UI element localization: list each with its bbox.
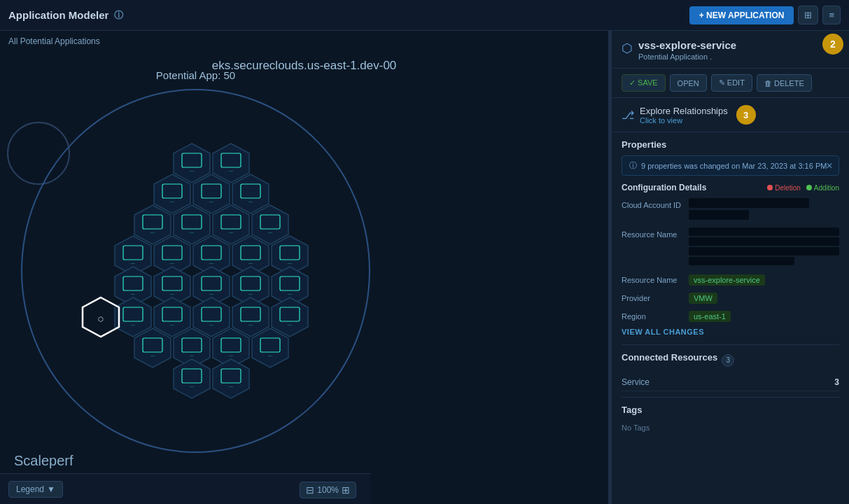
svg-text:...: ... (131, 260, 135, 265)
hex-node[interactable]: ... (252, 205, 288, 244)
svg-text:...: ... (288, 260, 292, 265)
resource-name-label-1: Resource Name (622, 227, 685, 239)
svg-text:...: ... (190, 229, 194, 234)
delete-button[interactable]: 🗑 DELETE (757, 74, 812, 92)
zoom-controls: ⊟ 100% ⊞ (300, 482, 356, 498)
hex-node[interactable]: ... (232, 174, 269, 214)
hex-node[interactable]: ... (272, 298, 308, 337)
hex-node[interactable]: ... (134, 328, 171, 368)
close-banner-button[interactable]: ✕ (826, 161, 833, 171)
hex-node[interactable]: ... (213, 144, 249, 183)
region-label: Region (622, 309, 685, 321)
config-title: Configuration Details (622, 183, 706, 192)
connected-service-row: Service 3 (622, 374, 839, 391)
explore-relationships-label: Explore Relationships (640, 106, 728, 116)
svg-text:...: ... (209, 321, 213, 326)
hex-node[interactable]: ... (213, 205, 249, 244)
redacted-value (689, 257, 794, 265)
info-icon[interactable]: ⓘ (114, 9, 123, 22)
hex-node[interactable]: ... (154, 298, 190, 337)
scaleperf-label: Scaleperf (14, 453, 73, 469)
hex-node[interactable]: ... (232, 298, 269, 337)
hex-selected-node[interactable]: ⬡ (83, 298, 119, 337)
legend-label: Legend (16, 484, 44, 494)
zoom-level-text: 100% (317, 485, 339, 495)
svg-text:⬡: ⬡ (98, 316, 104, 323)
svg-text:...: ... (248, 198, 253, 203)
provider-value: VMW (689, 293, 717, 304)
svg-text:...: ... (229, 229, 233, 234)
resource-subtitle: Potential Application . (638, 52, 736, 61)
explore-link[interactable]: Click to view (640, 116, 728, 125)
svg-text:...: ... (150, 229, 155, 234)
main-content: All Potential Applications eks.secureclo… (0, 31, 849, 504)
no-tags-label: No Tags (622, 424, 650, 432)
connected-service-count: 3 (834, 377, 839, 387)
chevron-down-icon: ▼ (47, 484, 55, 494)
deletion-legend: Deletion (767, 184, 801, 192)
hex-node[interactable]: ... (213, 359, 249, 398)
hex-node[interactable]: ... (193, 174, 230, 214)
new-application-label: + NEW APPLICATION (699, 10, 785, 20)
hex-cluster-area: Potential App: 50 ... (21, 80, 370, 462)
resource-name-label-2: Resource Name (622, 273, 685, 284)
redacted-value (689, 227, 839, 236)
svg-text:...: ... (288, 321, 292, 326)
hex-node[interactable]: ... (115, 298, 151, 337)
view-all-changes-link[interactable]: VIEW ALL CHANGES (622, 328, 839, 336)
addition-legend: Addition (806, 184, 839, 192)
zoom-out-button[interactable]: ⊟ (306, 484, 314, 496)
addition-dot (806, 185, 812, 190)
provider-row: Provider VMW (622, 291, 839, 304)
hex-node[interactable]: ... (252, 328, 288, 368)
cloud-account-id-value (689, 198, 839, 222)
app-title-text: Application Modeler (8, 9, 108, 21)
connected-resources-count-badge: 3 (722, 354, 734, 367)
hex-node[interactable]: ... (154, 174, 190, 214)
hex-grid-svg: ... ... ... (56, 138, 336, 404)
breadcrumb: All Potential Applications (8, 36, 100, 46)
layout-icon-button[interactable]: ⊞ (798, 6, 818, 24)
region-row: Region us-east-1 (622, 309, 839, 322)
region-value: us-east-1 (689, 311, 731, 322)
resource-title: vss-explore-service (638, 39, 736, 51)
new-application-button[interactable]: + NEW APPLICATION (689, 6, 794, 24)
resource-name-value: vss-explore-service (689, 274, 765, 286)
hex-node[interactable]: ... (193, 298, 230, 337)
resource-name-row-1: Resource Name (622, 227, 839, 267)
hex-node[interactable]: ... (174, 359, 210, 398)
svg-text:...: ... (248, 260, 253, 265)
resource-name-redacted (689, 227, 839, 267)
info-banner: ⓘ 9 properties was changed on Mar 23, 20… (622, 155, 839, 176)
svg-text:...: ... (190, 352, 194, 357)
edit-button[interactable]: ✎ EDIT (711, 74, 752, 92)
open-button[interactable]: OPEN (670, 74, 707, 92)
svg-text:...: ... (288, 290, 292, 295)
hex-node[interactable]: ... (174, 144, 210, 183)
cloud-account-id-row: Cloud Account ID (622, 198, 839, 222)
connected-service-label: Service (622, 377, 650, 387)
svg-text:...: ... (229, 352, 233, 357)
svg-text:...: ... (190, 383, 194, 388)
save-button[interactable]: ✓ SAVE (622, 74, 666, 92)
svg-text:...: ... (268, 352, 272, 357)
explore-relationships-row: ⎇ Explore Relationships Click to view 3 (612, 98, 849, 132)
connected-resources-title: Connected Resources (622, 352, 717, 363)
svg-text:...: ... (248, 321, 253, 326)
resource-header: ⬡ vss-explore-service Potential Applicat… (612, 31, 849, 69)
zoom-in-button[interactable]: ⊞ (342, 484, 350, 496)
redacted-value (689, 198, 809, 208)
provider-label: Provider (622, 291, 685, 302)
svg-text:...: ... (248, 290, 253, 295)
resource-icon: ⬡ (622, 41, 633, 56)
step-badge-2: 2 (822, 34, 843, 55)
svg-text:...: ... (170, 198, 174, 203)
menu-icon-button[interactable]: ≡ (822, 6, 841, 24)
redacted-value (689, 237, 839, 246)
hex-node[interactable]: ... (134, 205, 171, 244)
hex-node[interactable]: ... (174, 205, 210, 244)
legend-button[interactable]: Legend ▼ (8, 481, 63, 498)
tags-section: Tags No Tags (622, 397, 839, 433)
properties-title: Properties (622, 139, 839, 150)
svg-text:...: ... (170, 321, 174, 326)
